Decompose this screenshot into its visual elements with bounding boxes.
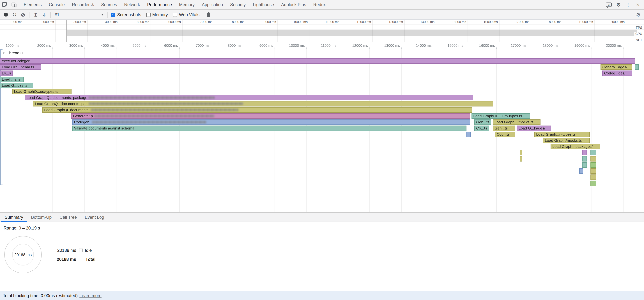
tab-adblock-plus[interactable]: Adblock Plus <box>278 0 310 9</box>
flame-bar[interactable]: Generate: p <box>71 113 470 119</box>
delete-recording-button[interactable] <box>204 10 213 19</box>
tab-event-log[interactable]: Event Log <box>81 213 108 222</box>
close-devtools-icon[interactable]: × <box>633 0 642 9</box>
tab-network[interactable]: Network <box>120 0 144 9</box>
tab-security[interactable]: Security <box>226 0 250 9</box>
capture-settings-gear-icon[interactable]: ⚙ <box>634 10 642 19</box>
flame-bar[interactable] <box>635 64 638 70</box>
summary-legend: 20188 msIdle20188 msTotal <box>54 246 96 264</box>
checkbox-box[interactable]: ✓ <box>111 13 115 17</box>
tab-console[interactable]: Console <box>45 0 68 9</box>
flame-bar[interactable]: Codeg...ges/ <box>602 71 632 76</box>
record-button[interactable] <box>2 10 10 19</box>
flame-bar[interactable]: Genera...ages/ <box>600 64 632 70</box>
tab-sources[interactable]: Sources <box>98 0 120 9</box>
save-profile-button[interactable]: ↧ <box>40 10 48 19</box>
tab-redux[interactable]: Redux <box>310 0 329 9</box>
flame-bar[interactable] <box>590 156 596 162</box>
flame-bar[interactable]: Load GraphQL documents: pac <box>33 101 493 107</box>
tab-performance[interactable]: Performance <box>144 0 176 9</box>
flame-bar-label: Load GraphQL documents: package <box>26 95 87 100</box>
flame-bar[interactable]: Load GraphQL documents: <box>42 107 472 113</box>
history-select[interactable]: #1 <box>52 11 106 19</box>
collapse-triangle-icon: ▼ <box>2 52 5 54</box>
flame-bar[interactable]: Co...ts <box>474 126 489 131</box>
tick-label: 3000 ms <box>62 20 86 24</box>
tab-summary[interactable]: Summary <box>1 213 27 222</box>
flame-bar[interactable]: Load Graph...n-types.ts <box>534 132 590 137</box>
tab-memory[interactable]: Memory <box>176 0 198 9</box>
flame-bar[interactable]: Codegen: <box>72 119 470 125</box>
flame-bar[interactable]: Lo...s <box>0 71 12 76</box>
more-options-icon[interactable]: ⋮ <box>624 0 633 9</box>
flame-bar-label: Lo...s <box>2 71 11 76</box>
checkbox-box[interactable] <box>173 13 177 17</box>
redacted-blur-text <box>92 121 206 123</box>
tab-application[interactable]: Application <box>198 0 226 9</box>
tick-mark <box>274 48 275 49</box>
flame-bar[interactable]: Load Gra...hema.ts <box>0 64 41 70</box>
legend-label: Total <box>86 257 96 262</box>
flame-bar[interactable]: Load G...kages/ <box>517 126 551 131</box>
flame-bar[interactable]: Load ...s.ts <box>0 77 24 82</box>
tick-label: 12000 ms <box>343 44 368 48</box>
reload-and-record-button[interactable]: ↻ <box>10 10 19 19</box>
record-circle-icon <box>4 13 8 17</box>
flame-bar[interactable] <box>582 156 587 162</box>
flame-bar[interactable]: Load G...pes.ts <box>0 83 33 88</box>
flame-chart[interactable]: ▼ Thread 0 executeCodegenLoad Gra...hema… <box>0 49 644 212</box>
flame-bar[interactable]: Validate documents against schema <box>72 126 466 131</box>
checkbox-memory[interactable]: Memory <box>146 12 168 17</box>
tab-label: Adblock Plus <box>281 2 306 7</box>
load-profile-button[interactable]: ↥ <box>31 10 40 19</box>
flame-bar[interactable]: Cod...ts <box>495 132 515 137</box>
tab-label: Console <box>49 2 65 7</box>
flame-bar[interactable]: Gen...ts <box>493 126 515 131</box>
checkbox-web-vitals[interactable]: Web Vitals <box>173 12 200 17</box>
redacted-blur-text <box>94 115 215 117</box>
flame-bar[interactable]: executeCodegen <box>0 58 635 64</box>
flame-bar[interactable]: Load GraphQL documents: package <box>25 95 473 100</box>
tab-elements[interactable]: Elements <box>20 0 45 9</box>
tick-label: 15000 ms <box>438 44 463 48</box>
tab-bottom-up[interactable]: Bottom-Up <box>27 213 56 222</box>
flame-bar[interactable]: Load GraphQ...ed/types.ts <box>12 89 72 94</box>
flame-bar[interactable]: Gen...ts <box>474 119 491 125</box>
clear-recording-button[interactable]: ⊘ <box>19 10 27 19</box>
timeline-overview[interactable]: 1000 ms2000 ms3000 ms4000 ms5000 ms6000 … <box>0 20 644 42</box>
flame-bar[interactable] <box>590 162 596 168</box>
checkbox-box[interactable] <box>146 13 150 17</box>
device-toolbar-icon[interactable] <box>9 0 19 9</box>
net-lane <box>0 37 644 41</box>
thread-track-header[interactable]: ▼ Thread 0 <box>2 51 23 55</box>
flame-bar-label: Validate documents against schema <box>74 126 134 131</box>
flame-bar[interactable]: Load Graph...packages/ <box>550 144 600 149</box>
flame-bar[interactable]: Load GraphQL ...urn-types.ts <box>472 113 530 119</box>
flame-bar[interactable] <box>590 150 596 155</box>
flame-bar[interactable] <box>520 156 522 162</box>
flame-bar[interactable] <box>520 150 522 155</box>
flame-bar[interactable] <box>466 132 471 137</box>
gridline <box>594 20 595 42</box>
flame-bar[interactable]: Load Graph.../mocks.ts <box>493 119 540 125</box>
flame-bar-label: Genera...ages/ <box>602 65 627 69</box>
inspect-element-icon[interactable] <box>0 0 9 9</box>
flame-bar[interactable] <box>582 162 587 168</box>
tick-label: 7000 ms <box>189 20 212 24</box>
flame-bar[interactable] <box>579 168 583 174</box>
flame-bar[interactable] <box>590 174 596 180</box>
learn-more-link[interactable]: Learn more <box>80 293 102 298</box>
flame-bar[interactable] <box>590 181 596 186</box>
tab-call-tree[interactable]: Call Tree <box>56 213 81 222</box>
checkbox-screenshots[interactable]: ✓Screenshots <box>111 12 141 17</box>
tab-lighthouse[interactable]: Lighthouse <box>249 0 278 9</box>
tab-recorder[interactable]: Recorder⚠ <box>68 0 98 9</box>
toolbar-divider <box>108 12 108 18</box>
flame-bar[interactable] <box>590 168 596 174</box>
console-messages-badge[interactable]: 3 <box>604 0 614 9</box>
legend-value: 20188 ms <box>54 248 76 253</box>
flame-bar[interactable] <box>582 150 587 155</box>
tab-label: Application <box>202 2 223 7</box>
settings-gear-icon[interactable]: ⚙ <box>614 0 623 9</box>
flame-bar[interactable]: Load Grap.../mocks.ts <box>543 138 590 143</box>
